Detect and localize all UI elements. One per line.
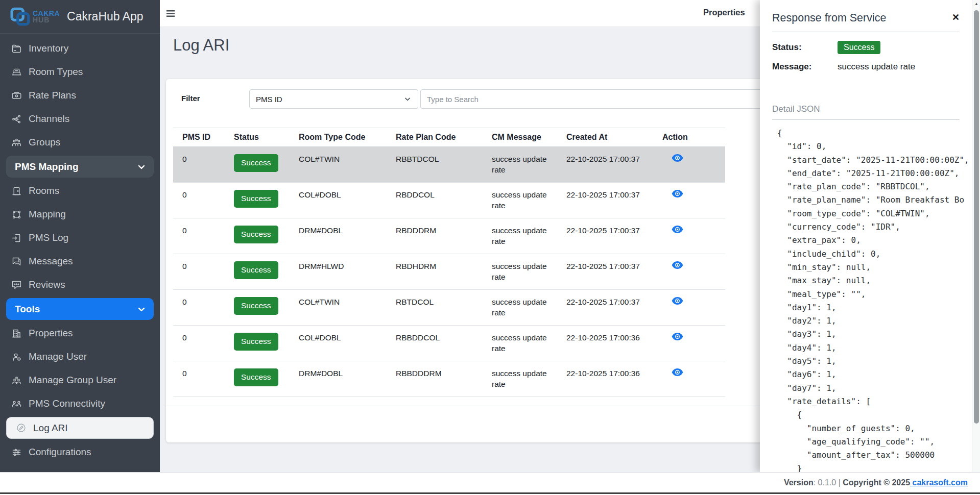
cell-cm-message: success update rate: [483, 326, 557, 361]
sidebar-item-log-ari[interactable]: Log ARI: [6, 417, 154, 439]
status-badge: Success: [234, 154, 278, 172]
cell-cm-message: success update rate: [483, 254, 557, 290]
cell-pms-id: 0: [173, 147, 225, 183]
table-row[interactable]: 0SuccessCOL#TWINRBTDCOLsuccess update ra…: [173, 290, 725, 326]
table-body: 0SuccessCOL#TWINRBBTDCOLsuccess update r…: [173, 147, 725, 397]
table-row[interactable]: 0SuccessCOL#TWINRBBTDCOLsuccess update r…: [173, 147, 725, 183]
logo-word-bottom: HUB: [33, 17, 60, 23]
sidebar-item-inventory[interactable]: Inventory: [0, 37, 160, 60]
table-row[interactable]: 0SuccessCOL#DOBLRBBDDCOLsuccess update r…: [173, 326, 725, 361]
app-title: CakraHub App: [67, 10, 144, 23]
message-label: Message:: [772, 62, 838, 72]
sidebar: CAKRA HUB CakraHub App InventoryRoom Typ…: [0, 0, 160, 472]
view-eye-icon[interactable]: [672, 368, 683, 376]
cell-room-type-code: DRM#DOBL: [290, 218, 387, 254]
sidebar-item-label: Manage Group User: [29, 375, 116, 386]
cell-room-type-code: COL#TWIN: [290, 290, 387, 326]
view-eye-icon[interactable]: [672, 297, 683, 305]
sidebar-item-label: Inventory: [29, 43, 68, 54]
manage-user-icon: [11, 351, 22, 362]
filter-label: Filter: [181, 94, 200, 103]
status-row: Status: Success: [772, 41, 880, 54]
cell-rate-plan-code: RBDHDRM: [387, 254, 483, 290]
sidebar-item-label: Reviews: [29, 279, 65, 290]
sidebar-item-label: Mapping: [29, 209, 66, 220]
cell-action: [653, 361, 725, 397]
view-eye-icon[interactable]: [672, 333, 683, 340]
sidebar-item-properties[interactable]: Properties: [0, 321, 160, 345]
room-types-icon: [11, 66, 22, 78]
sidebar-item-pms-connectivity[interactable]: PMS Connectivity: [0, 392, 160, 415]
column-header-created-at: Created At: [557, 128, 653, 147]
page-scrollbar[interactable]: ▲: [972, 0, 980, 472]
cell-pms-id: 0: [173, 361, 225, 397]
table-row[interactable]: 0SuccessDRM#DOBLRBBDDDRMsuccess update r…: [173, 361, 725, 397]
close-icon[interactable]: ✕: [952, 12, 960, 23]
table-row[interactable]: 0SuccessCOL#DOBLRBDDCOLsuccess update ra…: [173, 183, 725, 218]
cell-action: [653, 254, 725, 290]
table-row[interactable]: 0SuccessDRM#DOBLRBDDDRMsuccess update ra…: [173, 218, 725, 254]
sidebar-item-label: PMS Log: [29, 232, 68, 243]
cell-created-at: 22-10-2025 17:00:36: [557, 326, 653, 361]
footer-link-cakrasoft[interactable]: cakrasoft.com: [910, 478, 968, 487]
hamburger-menu-icon[interactable]: [166, 10, 175, 19]
sidebar-item-rooms[interactable]: Rooms: [0, 179, 160, 203]
status-label: Status:: [772, 42, 838, 53]
column-header-status: Status: [225, 128, 290, 147]
chevron-down-icon: [136, 304, 147, 314]
filter-select[interactable]: PMS ID: [249, 89, 418, 109]
cell-rate-plan-code: RBBDDDRM: [387, 361, 483, 397]
cell-rate-plan-code: RBDDDRM: [387, 218, 483, 254]
sidebar-item-label: Messages: [29, 256, 73, 267]
table-row[interactable]: 0SuccessDRM#HLWDRBDHDRMsuccess update ra…: [173, 254, 725, 290]
drawer-divider: [772, 119, 960, 120]
cell-action: [653, 147, 725, 183]
sidebar-item-mapping[interactable]: Mapping: [0, 203, 160, 226]
scrollbar-up-arrow-icon[interactable]: ▲: [972, 2, 980, 6]
sidebar-item-room-types[interactable]: Room Types: [0, 60, 160, 84]
view-eye-icon[interactable]: [672, 261, 683, 269]
page-title: Log ARI: [173, 36, 229, 55]
sidebar-item-reviews[interactable]: Reviews: [0, 273, 160, 296]
sidebar-item-messages[interactable]: Messages: [0, 250, 160, 273]
rooms-icon: [11, 185, 22, 196]
sidebar-item-configurations[interactable]: Configurations: [0, 440, 160, 464]
sidebar-item-rate-plans[interactable]: Rate Plans: [0, 84, 160, 107]
view-eye-icon[interactable]: [672, 226, 683, 233]
scrollbar-thumb[interactable]: [974, 10, 979, 424]
sidebar-item-groups[interactable]: Groups: [0, 131, 160, 154]
log-table: PMS IDStatusRoom Type CodeRate Plan Code…: [173, 128, 725, 397]
brand: CAKRA HUB CakraHub App: [0, 0, 160, 34]
sidebar-item-manage-user[interactable]: Manage User: [0, 345, 160, 368]
logo-wordmark: CAKRA HUB: [33, 10, 60, 23]
cell-rate-plan-code: RBDDCOL: [387, 183, 483, 218]
view-eye-icon[interactable]: [672, 154, 683, 162]
view-eye-icon[interactable]: [672, 190, 683, 197]
configurations-icon: [11, 447, 22, 458]
reviews-icon: [11, 279, 22, 290]
sidebar-item-tools[interactable]: Tools: [6, 298, 154, 320]
cell-status: Success: [225, 290, 290, 326]
sidebar-item-label: Tools: [15, 304, 40, 315]
message-row: Message: success update rate: [772, 62, 915, 72]
cell-room-type-code: COL#DOBL: [290, 183, 387, 218]
cell-action: [653, 326, 725, 361]
cell-pms-id: 0: [173, 183, 225, 218]
topnav-properties[interactable]: Properties: [703, 8, 745, 17]
sidebar-item-manage-group-user[interactable]: Manage Group User: [0, 368, 160, 392]
sidebar-item-channels[interactable]: Channels: [0, 107, 160, 131]
column-header-cm-message: CM Message: [483, 128, 557, 147]
pms-log-icon: [11, 232, 22, 243]
sidebar-item-label: Room Types: [29, 66, 83, 78]
sidebar-item-label: PMS Mapping: [15, 161, 79, 172]
cell-cm-message: success update rate: [483, 147, 557, 183]
column-header-rate-plan-code: Rate Plan Code: [387, 128, 483, 147]
sidebar-item-pms-mapping[interactable]: PMS Mapping: [6, 156, 154, 178]
cell-room-type-code: DRM#DOBL: [290, 361, 387, 397]
sidebar-item-label: PMS Connectivity: [29, 398, 105, 409]
inventory-icon: [11, 43, 22, 54]
cell-status: Success: [225, 326, 290, 361]
cell-created-at: 22-10-2025 17:00:36: [557, 361, 653, 397]
sidebar-item-pms-log[interactable]: PMS Log: [0, 226, 160, 250]
sidebar-item-label: Manage User: [29, 351, 87, 362]
